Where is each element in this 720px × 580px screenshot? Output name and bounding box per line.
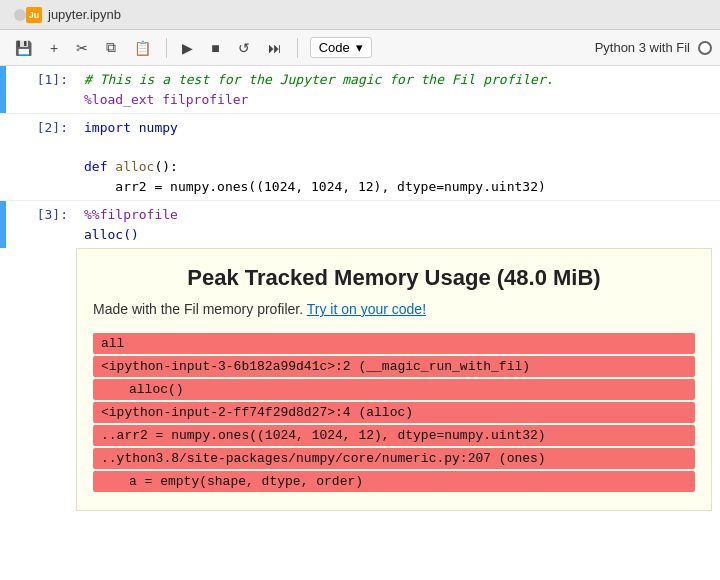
cell2-def-kw: def: [84, 159, 107, 174]
paste-button[interactable]: 📋: [127, 36, 158, 60]
cell1-load: %load_ext filprofiler: [84, 92, 248, 107]
notebook: [1]: # This is a test for the Jupyter ma…: [0, 66, 720, 580]
output-subtitle-text: Made with the Fil memory profiler.: [93, 301, 303, 317]
window-title: jupyter.ipynb: [48, 7, 121, 22]
cell2-numpy: numpy: [139, 120, 178, 135]
run-button[interactable]: ▶: [175, 36, 200, 60]
kernel-info: Python 3 with Fil: [595, 40, 712, 55]
cell3-magic: %%filprofile: [84, 207, 178, 222]
cell-type-label: Code: [319, 40, 350, 55]
cell-2: [2]: import numpy def alloc(): arr2 = nu…: [0, 114, 720, 200]
output-link[interactable]: Try it on your code!: [307, 301, 426, 317]
output-area: Peak Tracked Memory Usage (48.0 MiB) Mad…: [76, 248, 712, 511]
app-icon: Ju: [26, 7, 42, 23]
copy-button[interactable]: ⧉: [99, 35, 123, 60]
window-close-dot[interactable]: [14, 9, 26, 21]
cell2-func-name: alloc: [115, 159, 154, 174]
cell-1-content[interactable]: # This is a test for the Jupyter magic f…: [76, 66, 720, 113]
save-button[interactable]: 💾: [8, 36, 39, 60]
kernel-label: Python 3 with Fil: [595, 40, 690, 55]
cut-button[interactable]: ✂: [69, 36, 95, 60]
separator-2: [297, 38, 298, 58]
stack-row-1: <ipython-input-3-6b182a99d41c>:2 (__magi…: [93, 356, 695, 377]
cell-3: [3]: %%filprofile alloc(): [0, 201, 720, 248]
cell-type-select[interactable]: Code ▾: [310, 37, 372, 58]
cell-3-content[interactable]: %%filprofile alloc(): [76, 201, 720, 248]
stack-row-6: a = empty(shape, dtype, order): [93, 471, 695, 492]
cell3-alloc: alloc(): [84, 227, 139, 242]
title-bar: Ju jupyter.ipynb: [0, 0, 720, 30]
cell-3-prompt: [3]:: [6, 201, 76, 248]
cell-1-prompt: [1]:: [6, 66, 76, 113]
toolbar: 💾 + ✂ ⧉ 📋 ▶ ■ ↺ ⏭ Code ▾ Python 3 with F…: [0, 30, 720, 66]
cell-type-chevron: ▾: [356, 40, 363, 55]
cell2-import-kw: import: [84, 120, 131, 135]
cell-1: [1]: # This is a test for the Jupyter ma…: [0, 66, 720, 113]
kernel-status-circle: [698, 41, 712, 55]
separator-1: [166, 38, 167, 58]
output-subtitle: Made with the Fil memory profiler. Try i…: [93, 301, 695, 317]
cell-2-prompt: [2]:: [6, 114, 76, 200]
stack-row-2: alloc(): [93, 379, 695, 400]
interrupt-button[interactable]: ■: [204, 36, 226, 60]
stack-row-0: all: [93, 333, 695, 354]
stack-row-4: ..arr2 = numpy.ones((1024, 1024, 12), dt…: [93, 425, 695, 446]
restart-button[interactable]: ↺: [231, 36, 257, 60]
cell1-comment: # This is a test for the Jupyter magic f…: [84, 72, 554, 87]
fast-forward-button[interactable]: ⏭: [261, 36, 289, 60]
stack-row-5: ..ython3.8/site-packages/numpy/core/nume…: [93, 448, 695, 469]
cell-2-content[interactable]: import numpy def alloc(): arr2 = numpy.o…: [76, 114, 720, 200]
add-cell-button[interactable]: +: [43, 36, 65, 60]
output-title: Peak Tracked Memory Usage (48.0 MiB): [93, 265, 695, 291]
stack-row-3: <ipython-input-2-ff74f29d8d27>:4 (alloc): [93, 402, 695, 423]
